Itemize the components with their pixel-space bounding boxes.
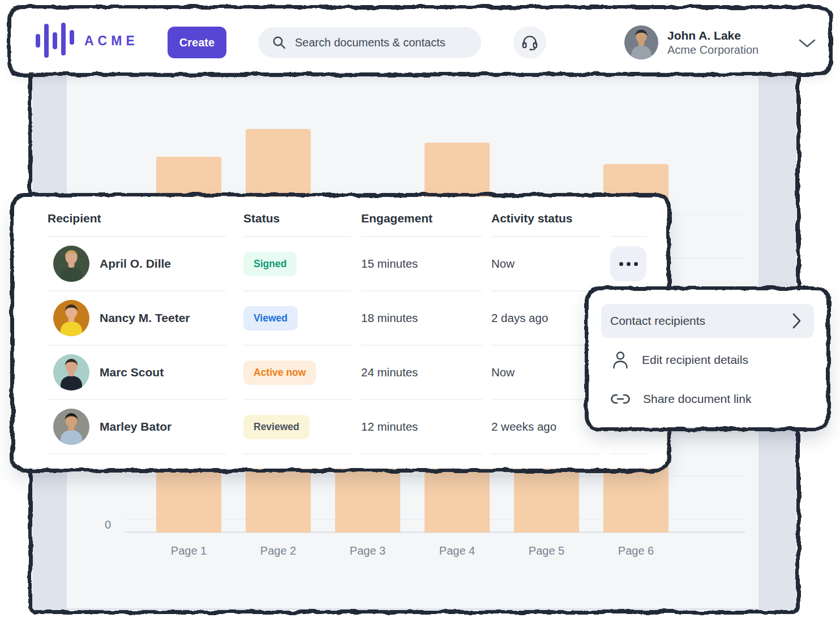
status-badge: Signed [243, 252, 297, 276]
table-row: Nancy M. Teeter Viewed 18 minutes 2 days… [48, 291, 653, 346]
recipients-table: Recipient Status Engagement Activity sta… [48, 197, 653, 454]
x-axis-label: Page 6 [618, 544, 654, 557]
top-nav-bar: ACME Create John A. Lake Acme C [11, 9, 829, 72]
column-header-recipient: Recipient [48, 197, 226, 237]
headset-icon [521, 33, 539, 52]
recipient-name: Nancy M. Teeter [100, 311, 190, 325]
engagement-value: 24 minutes [361, 366, 418, 379]
column-header-engagement: Engagement [361, 197, 482, 237]
search-icon [272, 35, 286, 50]
support-button[interactable] [513, 26, 546, 59]
row-actions-button[interactable] [610, 246, 646, 281]
search-bar[interactable] [258, 27, 481, 58]
create-button[interactable]: Create [168, 27, 226, 58]
x-axis-label: Page 4 [439, 544, 475, 557]
user-organization: Acme Corporation [667, 43, 758, 57]
row-context-menu: Contact recipients Edit recipient detail… [589, 290, 826, 427]
recipients-table-card: Recipient Status Engagement Activity sta… [14, 197, 667, 469]
avatar-nancy-m-teeter [53, 300, 89, 336]
menu-item-label: Contact recipients [610, 314, 705, 328]
avatar-marley-bator [53, 409, 89, 445]
x-axis-label: Page 1 [171, 544, 207, 557]
menu-item-edit-recipient-details[interactable]: Edit recipient details [611, 347, 748, 373]
column-header-status: Status [243, 197, 352, 237]
x-axis-label: Page 5 [529, 544, 564, 557]
menu-item-label: Edit recipient details [642, 353, 748, 367]
avatar-april-o-dille [53, 246, 89, 282]
engagement-value: 18 minutes [361, 311, 418, 325]
brand-name: ACME [84, 33, 139, 49]
engagement-value: 15 minutes [361, 257, 418, 271]
x-axis-label: Page 2 [260, 544, 296, 557]
user-menu[interactable]: John A. Lake Acme Corporation [624, 25, 758, 59]
table-header-row: Recipient Status Engagement Activity sta… [48, 197, 653, 237]
column-header-actions [610, 197, 646, 237]
activity-status-value: 2 weeks ago [491, 420, 556, 434]
x-axis-label: Page 3 [350, 544, 385, 557]
y-axis-tick-0: 0 [85, 518, 111, 531]
search-input[interactable] [294, 36, 471, 50]
avatar-marc-scout [53, 354, 89, 390]
soundbars-logo-icon [36, 24, 74, 58]
activity-status-value: Now [491, 257, 515, 271]
menu-item-share-document-link[interactable]: Share document link [610, 386, 751, 412]
status-badge: Active now [243, 360, 316, 385]
status-badge: Reviewed [243, 415, 310, 439]
chevron-right-icon [791, 312, 803, 330]
avatar-john-a-lake [624, 25, 658, 59]
link-icon [610, 392, 631, 406]
table-row: Marc Scout Active now 24 minutes Now [48, 346, 653, 400]
engagement-value: 12 minutes [361, 420, 418, 434]
column-header-activity-status: Activity status [491, 197, 601, 237]
chevron-down-icon[interactable] [798, 38, 816, 49]
acme-logo: ACME [36, 24, 139, 58]
menu-item-contact-recipients[interactable]: Contact recipients [601, 304, 814, 338]
recipient-name: Marc Scout [100, 366, 164, 379]
table-row: Marley Bator Reviewed 12 minutes 2 weeks… [48, 400, 653, 454]
menu-item-label: Share document link [643, 392, 751, 406]
recipient-name: Marley Bator [100, 420, 172, 434]
activity-status-value: Now [491, 366, 515, 379]
activity-status-value: 2 days ago [491, 311, 548, 325]
app-window: 0 Page 1Page 2Page 3Page 4Page 5Page 6 A… [0, 0, 840, 618]
status-badge: Viewed [243, 306, 298, 331]
recipient-name: April O. Dille [100, 257, 171, 271]
table-row: April O. Dille Signed 15 minutes Now [48, 237, 653, 291]
person-icon [611, 350, 629, 370]
user-name: John A. Lake [667, 28, 758, 43]
